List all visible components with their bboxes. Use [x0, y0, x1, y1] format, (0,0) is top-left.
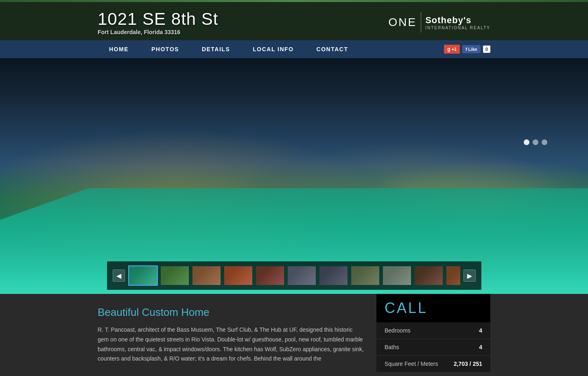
nav-item-contact[interactable]: CONTACT: [305, 40, 360, 58]
header-address: 1021 SE 8th St Fort Lauderdale, Florida …: [98, 9, 219, 35]
prev-thumbnail-button[interactable]: ◀: [113, 270, 125, 282]
brand-main-name: Sotheby's: [425, 15, 490, 26]
brand-logo: ONE Sotheby's INTERNATIONAL REALTY: [388, 12, 490, 33]
dot-1[interactable]: [524, 139, 529, 145]
thumbnail-10[interactable]: [414, 265, 444, 286]
gplus-label: +1: [452, 47, 457, 52]
gplus-icon: g: [447, 46, 450, 52]
bedrooms-value: 4: [479, 327, 482, 334]
thumbnail-4[interactable]: [223, 265, 253, 286]
thumbnail-6[interactable]: [287, 265, 317, 286]
baths-label: Baths: [385, 344, 399, 350]
header-logo: ONE Sotheby's INTERNATIONAL REALTY: [388, 12, 490, 33]
nav-items: HOME PHOTOS DETAILS LOCAL INFO CONTACT: [98, 40, 359, 58]
thumbnail-1[interactable]: [128, 265, 158, 286]
navigation: HOME PHOTOS DETAILS LOCAL INFO CONTACT g…: [0, 40, 588, 58]
hero-image: ◀ ▶: [0, 58, 588, 294]
nav-item-home[interactable]: HOME: [98, 40, 140, 58]
property-description: R. T. Pancoast, architect of the Bass Mu…: [98, 325, 364, 364]
dot-3[interactable]: [542, 139, 547, 145]
thumbnail-8[interactable]: [350, 265, 380, 286]
brand-name-block: Sotheby's INTERNATIONAL REALTY: [425, 15, 490, 30]
google-plus-button[interactable]: g +1: [444, 45, 460, 54]
bedrooms-label: Bedrooms: [385, 327, 411, 334]
nav-item-photos[interactable]: PHOTOS: [140, 40, 190, 58]
facebook-count: 0: [483, 46, 490, 53]
brand-sub-name: INTERNATIONAL REALTY: [425, 26, 490, 30]
thumbnail-7[interactable]: [319, 265, 348, 286]
thumbnail-9[interactable]: [382, 265, 412, 286]
content-section: Beautiful Custom Home R. T. Pancoast, ar…: [0, 294, 588, 376]
thumbnails-container: [128, 265, 460, 286]
fb-label: Like: [468, 47, 477, 52]
call-header: CALL: [376, 294, 490, 322]
stat-row-baths: Baths 4: [376, 339, 490, 356]
brand-one-text: ONE: [388, 16, 417, 29]
thumbnail-5[interactable]: [255, 265, 285, 286]
thumbnail-strip: ◀ ▶: [107, 261, 481, 290]
facebook-like-button[interactable]: f Like: [462, 45, 481, 53]
sqft-label: Square Feet / Meters: [385, 361, 438, 367]
sqft-value: 2,703 / 251: [454, 361, 482, 367]
property-address-line1: 1021 SE 8th St: [98, 9, 219, 29]
thumbnail-11[interactable]: [446, 265, 460, 286]
nav-item-local-info[interactable]: LOCAL INFO: [241, 40, 305, 58]
stat-row-bedrooms: Bedrooms 4: [376, 322, 490, 339]
header: 1021 SE 8th St Fort Lauderdale, Florida …: [0, 2, 588, 40]
logo-divider: [421, 12, 421, 33]
next-thumbnail-button[interactable]: ▶: [463, 270, 476, 282]
stat-row-sqft: Square Feet / Meters 2,703 / 251: [376, 356, 490, 372]
thumbnail-3[interactable]: [192, 265, 221, 286]
property-title: Beautiful Custom Home: [98, 306, 364, 319]
property-stats: Bedrooms 4 Baths 4 Square Feet / Meters …: [376, 322, 490, 372]
thumbnail-2[interactable]: [160, 265, 190, 286]
description-panel: Beautiful Custom Home R. T. Pancoast, ar…: [98, 294, 364, 372]
property-address-line2: Fort Lauderdale, Florida 33316: [98, 29, 219, 35]
social-buttons: g +1 f Like 0: [444, 45, 490, 54]
nav-item-details[interactable]: DETAILS: [190, 40, 241, 58]
slideshow-dots: [524, 139, 547, 145]
baths-value: 4: [479, 344, 482, 350]
dot-2[interactable]: [533, 139, 538, 145]
fb-icon: f: [466, 47, 467, 52]
property-details-panel: CALL Bedrooms 4 Baths 4 Square Feet / Me…: [376, 294, 490, 372]
